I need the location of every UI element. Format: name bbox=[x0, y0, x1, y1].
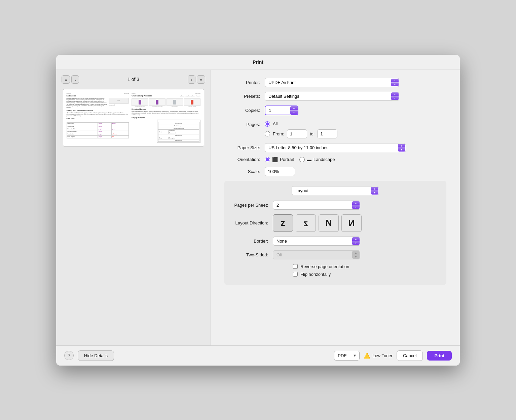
portrait-label: Portrait bbox=[280, 157, 294, 162]
pdf-label: PDF bbox=[334, 351, 350, 360]
copies-label: Copies: bbox=[224, 108, 265, 113]
right-panel: Printer: UPDF AirPrint ▲ ▼ Presets: bbox=[211, 70, 460, 345]
cancel-label: Cancel bbox=[403, 353, 416, 358]
flip-horizontal-checkbox[interactable] bbox=[293, 272, 298, 277]
layout-select[interactable]: Layout bbox=[292, 186, 379, 195]
orientation-group: ⬛ Portrait ▬ Landscape bbox=[265, 157, 335, 162]
presets-select-wrapper: Default Settings ▲ ▼ bbox=[265, 92, 399, 101]
landscape-radio[interactable] bbox=[299, 157, 305, 162]
copies-wrapper: ▲ ▼ bbox=[265, 106, 298, 115]
reverse-orientation-row: Reverse page orientation bbox=[293, 264, 438, 269]
last-page-button[interactable]: » bbox=[197, 75, 205, 84]
scale-row: Scale: bbox=[224, 167, 446, 176]
portrait-option: ⬛ Portrait bbox=[265, 157, 294, 162]
border-control: None Single Hairline Single Thin Line Do… bbox=[273, 237, 438, 246]
first-icon: « bbox=[65, 77, 67, 82]
print-label: Print bbox=[434, 353, 444, 358]
pages-per-sheet-label: Pages per Sheet: bbox=[232, 203, 273, 208]
pages-row: Pages: All From: to: bbox=[224, 120, 446, 138]
layout-direction-control: z z N N bbox=[273, 214, 438, 232]
help-icon: ? bbox=[68, 353, 70, 358]
preview-right-col: Chapter 1BACTERIA Gram Staining Procedur… bbox=[132, 93, 200, 143]
pages-per-sheet-select[interactable]: 2 1 4 6 9 16 bbox=[273, 201, 360, 210]
pages-all-label: All bbox=[273, 121, 278, 126]
border-select[interactable]: None Single Hairline Single Thin Line Do… bbox=[273, 237, 360, 246]
pages-from-input[interactable] bbox=[287, 129, 307, 138]
pages-to-label: to: bbox=[310, 131, 315, 136]
two-sided-row: Two-Sided: Off ▲ ▼ bbox=[232, 250, 438, 259]
scale-input[interactable] bbox=[265, 167, 295, 176]
hide-details-button[interactable]: Hide Details bbox=[78, 350, 114, 361]
help-button[interactable]: ? bbox=[64, 351, 74, 360]
reverse-orientation-label: Reverse page orientation bbox=[300, 264, 349, 269]
bottom-bar: ? Hide Details PDF ▼ ⚠️ Low Toner Cancel… bbox=[56, 345, 460, 366]
pages-control: All From: to: bbox=[265, 121, 446, 138]
pages-all-radio[interactable] bbox=[265, 121, 270, 127]
print-button[interactable]: Print bbox=[427, 351, 452, 361]
scale-label: Scale: bbox=[224, 169, 265, 174]
presets-label: Presets: bbox=[224, 94, 265, 99]
bottom-right: PDF ▼ ⚠️ Low Toner Cancel Print bbox=[334, 350, 452, 361]
cancel-button[interactable]: Cancel bbox=[397, 350, 423, 361]
scale-control bbox=[265, 167, 446, 176]
two-sided-wrapper: Off ▲ ▼ bbox=[273, 250, 360, 259]
copies-control: ▲ ▼ bbox=[265, 106, 446, 115]
flip-horizontal-label: Flip horizontally bbox=[300, 272, 331, 277]
pages-per-sheet-control: 2 1 4 6 9 16 ▲ ▼ bbox=[273, 201, 438, 210]
two-sided-control: Off ▲ ▼ bbox=[273, 250, 438, 259]
prev-icon: ‹ bbox=[74, 77, 76, 82]
page-preview: Chapter 1BACTERIA Endospores Endospores … bbox=[63, 89, 204, 146]
paper-size-row: Paper Size: US Letter 8.50 by 11.00 inch… bbox=[224, 143, 446, 152]
portrait-icon: ⬛ bbox=[272, 157, 278, 162]
border-label: Border: bbox=[232, 239, 273, 244]
next-icon: › bbox=[191, 77, 192, 82]
two-sided-label: Two-Sided: bbox=[232, 252, 273, 257]
paper-size-control: US Letter 8.50 by 11.00 inches ▲ ▼ bbox=[265, 143, 446, 152]
presets-select[interactable]: Default Settings bbox=[265, 92, 399, 101]
orientation-control: ⬛ Portrait ▬ Landscape bbox=[265, 157, 446, 162]
printer-row: Printer: UPDF AirPrint ▲ ▼ bbox=[224, 78, 446, 87]
presets-row: Presets: Default Settings ▲ ▼ bbox=[224, 92, 446, 101]
landscape-icon: ▬ bbox=[307, 157, 311, 162]
layout-direction-row: Layout Direction: z z N N bbox=[232, 214, 438, 232]
direction-z-button[interactable]: z bbox=[273, 214, 293, 232]
pages-label: Pages: bbox=[224, 121, 265, 127]
pdf-button-group: PDF ▼ bbox=[334, 351, 360, 361]
pages-radio-group: All From: to: bbox=[265, 121, 337, 138]
paper-size-select[interactable]: US Letter 8.50 by 11.00 inches bbox=[265, 143, 406, 152]
layout-section: Layout ▲ ▼ Pages per Sheet: 2 bbox=[224, 181, 446, 285]
landscape-option: ▬ Landscape bbox=[299, 157, 335, 162]
warning-icon: ⚠️ bbox=[364, 352, 370, 359]
presets-control: Default Settings ▲ ▼ bbox=[265, 92, 446, 101]
left-panel: « ‹ 1 of 3 › » bbox=[56, 70, 211, 345]
dialog-body: « ‹ 1 of 3 › » bbox=[56, 70, 460, 345]
printer-select-wrapper: UPDF AirPrint ▲ ▼ bbox=[265, 78, 399, 87]
pages-to-input[interactable] bbox=[317, 129, 337, 138]
portrait-radio[interactable] bbox=[265, 157, 270, 162]
orientation-row: Orientation: ⬛ Portrait ▬ Landscape bbox=[224, 157, 446, 162]
pages-from-option: From: to: bbox=[265, 129, 337, 138]
title-text: Print bbox=[253, 59, 263, 65]
copies-input[interactable] bbox=[265, 106, 298, 115]
direction-reverse-z-button[interactable]: z bbox=[296, 214, 316, 232]
reverse-orientation-checkbox[interactable] bbox=[293, 264, 298, 269]
printer-select[interactable]: UPDF AirPrint bbox=[265, 78, 399, 87]
direction-reverse-n-button[interactable]: N bbox=[341, 214, 362, 232]
pdf-dropdown-button[interactable]: ▼ bbox=[350, 351, 359, 360]
hide-details-label: Hide Details bbox=[84, 353, 108, 358]
flip-horizontal-row: Flip horizontally bbox=[293, 272, 438, 277]
last-icon: » bbox=[200, 77, 202, 82]
first-page-button[interactable]: « bbox=[62, 75, 70, 84]
direction-n-button[interactable]: N bbox=[319, 214, 339, 232]
copies-row: Copies: ▲ ▼ bbox=[224, 106, 446, 115]
pages-from-radio[interactable] bbox=[265, 131, 270, 136]
paper-size-label: Paper Size: bbox=[224, 145, 265, 150]
prev-page-button[interactable]: ‹ bbox=[71, 75, 79, 84]
next-page-button[interactable]: › bbox=[188, 75, 195, 84]
dialog-title: Print bbox=[56, 55, 460, 70]
border-select-wrapper: None Single Hairline Single Thin Line Do… bbox=[273, 237, 360, 246]
pages-all-option: All bbox=[265, 121, 337, 127]
border-row: Border: None Single Hairline Single Thin… bbox=[232, 237, 438, 246]
layout-select-wrapper: Layout ▲ ▼ bbox=[292, 186, 379, 195]
layout-header: Layout ▲ ▼ bbox=[232, 186, 438, 195]
